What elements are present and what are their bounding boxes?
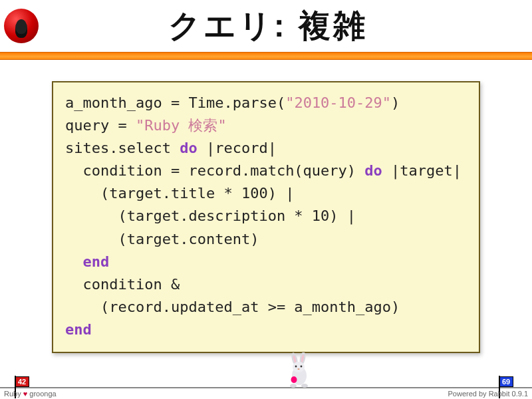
svg-point-8 (297, 368, 299, 370)
code-l2a: query = (65, 117, 136, 134)
page-current-flag: 42 (15, 376, 29, 387)
footer-right: Powered by Rabbit 0.9.1 (448, 390, 528, 398)
code-l1a: a_month_ago = Time.parse( (65, 94, 285, 111)
footer-left-b: groonga (27, 390, 56, 398)
code-l4b: |target| (382, 162, 462, 179)
svg-point-5 (293, 362, 305, 372)
code-l11-kw: end (65, 321, 92, 338)
code-l6: (target.description * 10) | (65, 207, 356, 224)
code-l7: (target.content) (65, 231, 259, 247)
header: クエリ: 複雑 (0, 0, 532, 52)
slide: クエリ: 複雑 a_month_ago = Time.parse("2010-1… (0, 0, 532, 399)
code-l9: condition & (65, 276, 180, 293)
code-l2-str: "Ruby 検索" (136, 117, 227, 134)
footer-left: Ruby ♥ groonga (4, 390, 57, 398)
svg-point-7 (301, 366, 303, 368)
page-current: 42 (18, 378, 26, 386)
svg-point-6 (295, 366, 297, 368)
svg-point-11 (291, 376, 297, 383)
svg-point-10 (301, 384, 308, 388)
code-l5: (target.title * 100) | (65, 185, 294, 201)
code-l8-kw: end (83, 253, 110, 270)
page-total-flag: 69 (499, 376, 513, 387)
content-area: a_month_ago = Time.parse("2010-10-29") q… (0, 60, 532, 353)
footer-left-a: Ruby (4, 390, 23, 398)
footer: Ruby ♥ groonga Powered by Rabbit 0.9.1 (0, 384, 532, 399)
code-l4-kw: do (364, 162, 382, 179)
code-l4a: condition = record.match(query) (65, 162, 364, 179)
svg-point-9 (290, 384, 297, 388)
rabbit-icon (285, 352, 315, 390)
divider-bar (0, 52, 532, 60)
code-l1c: ) (391, 94, 400, 111)
logo-icon (4, 9, 39, 43)
code-block: a_month_ago = Time.parse("2010-10-29") q… (52, 81, 480, 353)
code-l3-kw: do (180, 140, 198, 156)
slide-title: クエリ: 複雑 (39, 5, 532, 47)
page-total: 69 (502, 378, 510, 386)
code-l1-str: "2010-10-29" (285, 94, 391, 111)
code-l8 (65, 253, 83, 270)
code-l3b: |record| (198, 140, 277, 156)
code-l10: (record.updated_at >= a_month_ago) (65, 299, 400, 315)
code-l3a: sites.select (65, 140, 180, 156)
